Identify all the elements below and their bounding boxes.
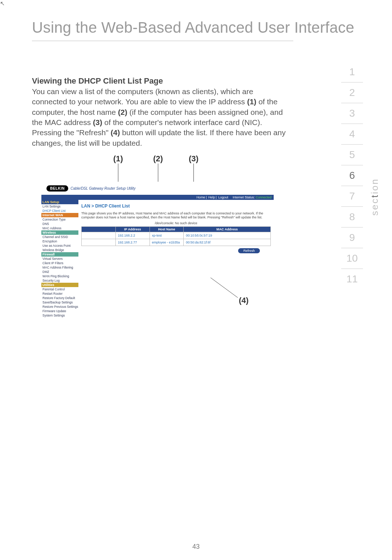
sidebar-item[interactable]: DNS <box>41 222 78 226</box>
th-empty <box>82 226 116 232</box>
sidebar-item[interactable]: Restart Router <box>41 291 78 296</box>
cell-mac: 00:10:b5:0c:b7:19 <box>184 232 271 239</box>
router-ui-screenshot: BELKIN Cable/DSL Gateway Router Setup Ut… <box>41 182 274 338</box>
cell-mac: 00:50:da:82:1f:6f <box>184 239 271 246</box>
cell-host: xp-test <box>150 232 184 239</box>
section-nav-9[interactable]: 9 <box>341 227 363 248</box>
cell-blank <box>82 232 116 239</box>
sidebar-item[interactable]: WAN Ping Blocking <box>41 274 78 278</box>
sidebar-item[interactable]: MAC Address Filtering <box>41 265 78 270</box>
sidebar-item[interactable]: MAC Address <box>41 226 78 230</box>
internet-status-value: Connected <box>256 196 271 199</box>
cell-blank <box>82 239 116 246</box>
sidebar-header: Internet WAN <box>41 213 78 217</box>
svg-line-0 <box>211 278 238 298</box>
section-side-nav: 1234567891011 <box>341 62 363 289</box>
sidebar-header: LAN Setup <box>41 200 78 204</box>
document-page: Using the Web-Based Advanced User Interf… <box>0 0 392 560</box>
callout-2: (2) <box>153 154 163 164</box>
router-topbar: Home| Help| Logout Internet Status: Conn… <box>41 195 274 200</box>
section-nav-2[interactable]: 2 <box>341 82 363 103</box>
section-nav-5[interactable]: 5 <box>341 145 363 165</box>
callout-labels: (1) (2) (3) <box>44 154 269 183</box>
section-nav-1[interactable]: 1 <box>341 62 363 82</box>
section-nav-10[interactable]: 10 <box>341 248 363 269</box>
breadcrumb: LAN > DHCP Client List <box>81 204 271 209</box>
brand-bar: BELKIN Cable/DSL Gateway Router Setup Ut… <box>41 182 274 195</box>
page-title: Using the Web-Based Advanced User Interf… <box>32 19 354 36</box>
belkin-logo: BELKIN <box>46 185 68 192</box>
section-word: section <box>369 178 380 215</box>
table-row: 192.168.2.2xp-test00:10:b5:0c:b7:19 <box>82 232 271 239</box>
topbar-link-logout[interactable]: Logout <box>218 196 228 199</box>
sidebar-item[interactable]: Use as Access Point <box>41 243 78 248</box>
sidebar-header: Wireless <box>41 230 78 235</box>
sidebar-item[interactable]: Wireless Bridge <box>41 248 78 252</box>
sidebar-item[interactable]: Virtual Servers <box>41 257 78 261</box>
cell-host: employee - e1b35a <box>150 239 184 246</box>
sidebar-header: Utilities <box>41 283 78 287</box>
cell-ip: 192.168.2.77 <box>115 239 150 246</box>
topbar-link-home[interactable]: Home <box>196 196 205 199</box>
sidebar-item[interactable]: Save/Backup Settings <box>41 300 78 305</box>
sidebar-item[interactable]: System Settings <box>41 313 78 318</box>
internet-status-label: Internet Status: <box>233 196 255 199</box>
th-host: Host Name <box>150 226 184 232</box>
brand-subtitle: Cable/DSL Gateway Router Setup Utility <box>70 186 135 190</box>
sidebar-item[interactable]: Connection Type <box>41 217 78 222</box>
section-nav-4[interactable]: 4 <box>341 124 363 145</box>
th-mac: MAC Address <box>184 226 271 232</box>
sidebar-item[interactable]: Restore Previous Settings <box>41 305 78 309</box>
router-sidebar: LAN SetupLAN SettingsDHCP Client ListInt… <box>41 200 78 318</box>
sidebar-item[interactable]: DHCP Client List <box>41 209 78 213</box>
section-nav-3[interactable]: 3 <box>341 103 363 124</box>
page-description: This page shows you the IP address, Host… <box>81 211 271 220</box>
topbar-link-help[interactable]: Help <box>208 196 215 199</box>
th-ip: IP Address <box>115 226 150 232</box>
callout-3: (3) <box>189 154 199 164</box>
table-row: 192.168.2.77employee - e1b35a00:50:da:82… <box>82 239 271 246</box>
sidebar-item[interactable]: LAN Settings <box>41 204 78 209</box>
sidebar-item[interactable]: DMZ <box>41 270 78 274</box>
sidebar-item[interactable]: Security Log <box>41 278 78 283</box>
sidebar-item[interactable]: Encryption <box>41 239 78 243</box>
sidebar-item[interactable]: Firmware Update <box>41 309 78 313</box>
dhcp-client-table: IP Address Host Name MAC Address 192.168… <box>81 226 271 246</box>
section-nav-7[interactable]: 7 <box>341 186 363 207</box>
section-nav-6[interactable]: 6 <box>341 165 363 186</box>
callout-4: (4) <box>239 296 249 305</box>
section-nav-8[interactable]: 8 <box>341 207 363 227</box>
sidebar-item[interactable]: Client IP Filters <box>41 261 78 265</box>
sidebar-item[interactable]: Parental Control <box>41 287 78 291</box>
section-nav-11[interactable]: 11 <box>341 269 363 289</box>
cell-ip: 192.168.2.2 <box>115 232 150 239</box>
sidebar-item[interactable]: Channel and SSID <box>41 235 78 239</box>
refresh-button[interactable]: Refresh <box>238 248 260 253</box>
section-heading: Viewing the DHCP Client List Page <box>32 76 163 86</box>
console-warning: /dev/console: No such device <box>81 221 271 225</box>
callout-1: (1) <box>113 154 123 164</box>
sidebar-item[interactable]: Restore Factory Default <box>41 296 78 300</box>
cursor-icon: ↖ <box>0 0 5 7</box>
sidebar-header: Firewall <box>41 252 78 257</box>
title-rule <box>32 41 293 41</box>
body-text: You can view a list of the computers (kn… <box>32 86 286 148</box>
page-number: 43 <box>0 543 392 551</box>
table-header-row: IP Address Host Name MAC Address <box>82 226 271 232</box>
